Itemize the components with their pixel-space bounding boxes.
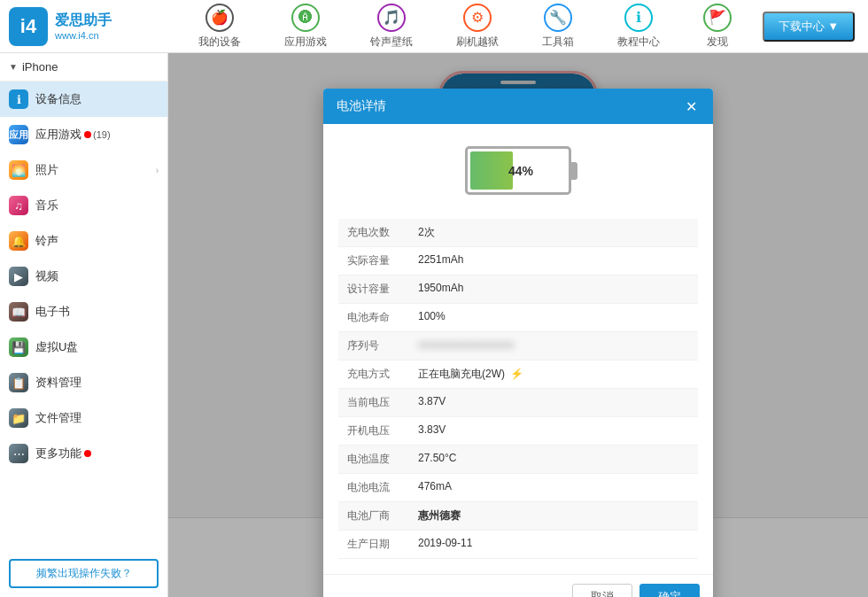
apps-icon: 应用	[9, 125, 28, 144]
table-row: 生产日期 2019-09-11	[338, 531, 698, 559]
file-icon: 📁	[9, 408, 28, 428]
modal-confirm-button[interactable]: 确定	[639, 584, 700, 597]
label-current: 电池电流	[347, 480, 418, 495]
value-charge-method: 正在电脑充电(2W) ⚡	[418, 367, 523, 382]
table-row: 电池厂商 惠州德赛	[338, 502, 698, 531]
value-charge-cycles: 2次	[418, 225, 435, 240]
apps-badge	[84, 131, 91, 138]
table-row: 充电次数 2次	[338, 219, 698, 247]
main-layout: ▼ iPhone ℹ 设备信息 应用 应用游戏 (19) 🌅 照片 › ♫ 音乐…	[0, 53, 868, 597]
label-charge-cycles: 充电次数	[347, 225, 418, 240]
tutorial-nav-icon: ℹ	[624, 4, 653, 32]
nav-label-discover: 发现	[707, 35, 728, 50]
discover-nav-icon: 🚩	[703, 4, 732, 32]
sidebar-label-apps: 应用游戏	[35, 127, 81, 143]
nav-label-tools: 工具箱	[542, 35, 574, 50]
nav-label-jailbreak: 刷机越狱	[456, 35, 499, 50]
sidebar-item-file[interactable]: 📁 文件管理	[0, 400, 167, 436]
sidebar-device-label: iPhone	[22, 60, 58, 74]
header: i4 爱思助手 www.i4.cn 🍎 我的设备 🅐 应用游戏 🎵 铃声壁纸 ⚙…	[0, 0, 868, 53]
table-row: 序列号 ●●●●●●●●●●●●●●●	[338, 332, 698, 361]
nav-my-device[interactable]: 🍎 我的设备	[190, 0, 250, 54]
nav-ringtone[interactable]: 🎵 铃声壁纸	[361, 0, 422, 54]
sidebar-item-udisk[interactable]: 💾 虚拟U盘	[0, 330, 167, 365]
sidebar-item-music[interactable]: ♫ 音乐	[0, 188, 167, 223]
sidebar-label-music: 音乐	[35, 198, 58, 213]
label-actual-capacity: 实际容量	[347, 253, 418, 268]
sidebar-item-ringtone[interactable]: 🔔 铃声	[0, 223, 167, 259]
battery-info-table: 充电次数 2次 实际容量 2251mAh 设计容量 1950mAh 电池寿命	[337, 217, 700, 561]
nav-label-ringtone: 铃声壁纸	[370, 35, 413, 50]
udisk-icon: 💾	[9, 337, 28, 357]
nav-label-my-device: 我的设备	[198, 35, 241, 50]
label-design-capacity: 设计容量	[347, 282, 418, 297]
label-temperature: 电池温度	[347, 452, 418, 467]
nav-label-apps: 应用游戏	[284, 35, 327, 50]
value-battery-life: 100%	[418, 310, 446, 325]
sidebar-item-manage[interactable]: 📋 资料管理	[0, 365, 167, 400]
sidebar: ▼ iPhone ℹ 设备信息 应用 应用游戏 (19) 🌅 照片 › ♫ 音乐…	[0, 53, 168, 597]
nav-items: 🍎 我的设备 🅐 应用游戏 🎵 铃声壁纸 ⚙ 刷机越狱 🔧 工具箱 ℹ 教程中心…	[168, 0, 763, 54]
value-design-capacity: 1950mAh	[418, 282, 463, 297]
download-button[interactable]: 下载中心 ▼	[763, 12, 855, 42]
sidebar-label-device-info: 设备信息	[35, 91, 81, 107]
sidebar-item-ebook[interactable]: 📖 电子书	[0, 294, 167, 330]
logo: i4 爱思助手 www.i4.cn	[0, 7, 168, 46]
more-badge	[84, 450, 91, 457]
sidebar-item-photos[interactable]: 🌅 照片 ›	[0, 152, 167, 188]
label-boot-voltage: 开机电压	[347, 423, 418, 438]
photos-icon: 🌅	[9, 160, 28, 180]
nav-apps[interactable]: 🅐 应用游戏	[275, 0, 336, 54]
error-button[interactable]: 频繁出现操作失败？	[9, 559, 159, 588]
sidebar-label-photos: 照片	[35, 162, 58, 178]
table-row: 充电方式 正在电脑充电(2W) ⚡	[338, 361, 698, 389]
sidebar-item-video[interactable]: ▶ 视频	[0, 259, 167, 294]
label-battery-life: 电池寿命	[347, 310, 418, 325]
jailbreak-nav-icon: ⚙	[463, 4, 492, 32]
table-row: 实际容量 2251mAh	[338, 247, 698, 275]
sidebar-item-apps[interactable]: 应用 应用游戏 (19)	[0, 117, 167, 152]
logo-icon: i4	[9, 7, 48, 46]
apps-count: (19)	[93, 129, 111, 140]
table-row: 电池温度 27.50°C	[338, 446, 698, 474]
logo-text: 爱思助手 www.i4.cn	[55, 12, 112, 41]
modal-close-button[interactable]: ✕	[682, 97, 700, 115]
chevron-down-icon: ▼	[9, 62, 18, 72]
value-voltage: 3.87V	[418, 395, 446, 410]
table-row: 开机电压 3.83V	[338, 417, 698, 446]
sidebar-label-more: 更多功能	[35, 446, 81, 461]
nav-tutorial[interactable]: ℹ 教程中心	[608, 0, 669, 54]
logo-title: 爱思助手	[55, 12, 112, 30]
modal-cancel-button[interactable]: 取消	[572, 584, 632, 597]
battery-outer: 44%	[465, 146, 571, 195]
modal-title: 电池详情	[337, 98, 386, 114]
sidebar-bottom: 频繁出现操作失败？	[0, 550, 167, 597]
label-voltage: 当前电压	[347, 395, 418, 410]
ringtone-nav-icon: 🎵	[377, 4, 406, 32]
photos-arrow: ›	[156, 166, 159, 175]
lightning-icon: ⚡	[510, 368, 523, 380]
value-current: 476mA	[418, 480, 452, 495]
value-temperature: 27.50°C	[418, 452, 457, 467]
table-row: 电池电流 476mA	[338, 474, 698, 502]
label-charge-method: 充电方式	[347, 367, 418, 382]
battery-visual: 44%	[337, 137, 700, 204]
battery-percentage: 44%	[470, 164, 571, 178]
label-production-date: 生产日期	[347, 537, 418, 552]
modal-body: 44% 充电次数 2次 实际容量 2251mAh 设计容量	[323, 124, 713, 574]
modal-header: 电池详情 ✕	[323, 89, 713, 124]
label-serial: 序列号	[347, 338, 418, 353]
sidebar-label-video: 视频	[35, 268, 58, 284]
nav-discover[interactable]: 🚩 发现	[694, 0, 740, 54]
sidebar-item-device-info[interactable]: ℹ 设备信息	[0, 81, 167, 117]
nav-tools[interactable]: 🔧 工具箱	[533, 0, 583, 54]
music-icon: ♫	[9, 196, 28, 215]
logo-url: www.i4.cn	[55, 30, 112, 41]
table-row: 电池寿命 100%	[338, 304, 698, 332]
table-row: 当前电压 3.87V	[338, 389, 698, 417]
sidebar-item-more[interactable]: ⋯ 更多功能	[0, 436, 167, 471]
sidebar-label-udisk: 虚拟U盘	[35, 339, 78, 355]
value-production-date: 2019-09-11	[418, 537, 472, 552]
nav-jailbreak[interactable]: ⚙ 刷机越狱	[447, 0, 508, 54]
modal-overlay: 电池详情 ✕ 44% 充电次数 2次	[168, 53, 868, 597]
